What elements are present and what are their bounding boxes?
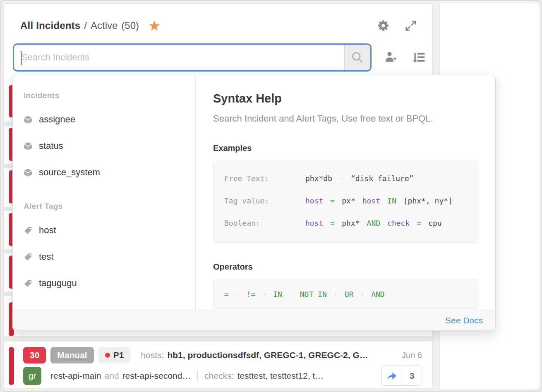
code-token: check [387,219,410,227]
examples-header: Examples [213,143,478,153]
share-count: 3 [410,371,415,381]
alert-count-badge: 30 [23,347,46,363]
checks-label: checks: [204,371,234,381]
suggestion-label: tagugugu [39,278,77,289]
syntax-help-subtitle: Search Incident and Alert Tags, Use free… [213,113,478,124]
operators-box: =·!=·IN·NOT IN·OR·AND [213,280,478,309]
example-label: Tag value: [224,196,305,205]
alert-tags-section-header: Alert Tags [24,202,187,211]
tag-icon [24,253,32,261]
settings-gear-icon[interactable] [377,19,391,33]
code-token: = [417,219,421,227]
see-docs-link[interactable]: See Docs [445,316,483,325]
operators-header: Operators [213,262,478,272]
code-token: = [330,219,335,227]
code-token: phx* [342,219,360,227]
breadcrumb-separator: / [84,20,87,31]
syntax-example-1: Free Text:phx*db·“disk failure” [224,167,467,189]
operator-3: IN [273,290,282,299]
favorite-star-icon[interactable]: ★ [148,19,161,33]
suggestion-label: host [39,225,56,236]
expand-icon[interactable] [404,19,418,33]
code-token: [phx*, ny*] [403,196,453,205]
operator-6: AND [371,290,385,299]
incidents-section-header: Incidents [24,91,187,100]
suggestion-alert-tag-host[interactable]: host [24,224,187,237]
code-token: host [362,196,380,205]
tag-icon [24,226,32,235]
suggestion-incident-status[interactable]: status [24,140,187,152]
breadcrumb-folder[interactable]: Active [91,20,118,31]
incident-title-second: rest-api-second… [122,371,191,381]
source-badge: Manual [50,347,94,363]
share-count-button[interactable]: 3 [402,366,422,385]
code-token: px* [342,196,355,205]
example-label: Free Text: [224,174,305,183]
search-box [13,43,372,72]
incident-date: Jun 6 [402,351,422,360]
examples-box: Free Text:phx*db·“disk failure”Tag value… [213,161,478,243]
suggestion-label: assignee [39,114,75,125]
operator-separator: · [235,290,240,299]
hosts-value: hb1, productionsdfsdf, GREGC-1, GREGC-2,… [167,350,396,360]
code-token: host [305,219,323,227]
code-token: cpu [428,219,442,227]
syntax-example-2: Tag value:host=px*hostIN[phx*, ny*] [224,189,467,212]
search-input[interactable] [14,45,344,70]
breadcrumb-environment[interactable]: All Incidents [20,20,80,31]
dropdown-footer: See Docs [13,310,495,330]
share-button-group: 3 [381,366,422,386]
operator-1: = [224,290,229,299]
incident-count: (50) [121,20,139,31]
suggestion-label: test [39,251,53,262]
search-row [13,43,432,72]
cube-icon [24,115,32,124]
panel-header: All Incidents / Active (50) ★ [4,4,432,43]
incident-suggestion-list: assigneestatussource_system [24,113,187,179]
share-button[interactable] [382,366,402,385]
syntax-help-column: Syntax Help Search Incident and Alert Ta… [196,75,495,310]
suggestion-incident-assignee[interactable]: assignee [24,113,187,126]
suggestion-label: source_system [39,167,100,178]
priority-dot-icon [105,353,110,358]
syntax-help-title: Syntax Help [213,92,478,105]
code-token: IN [387,196,396,205]
incident-row[interactable]: 30 Manual P1 hosts: hb1, productionsdfsd… [4,342,432,389]
code-token: · [339,174,344,183]
operator-separator: · [262,290,266,299]
code-token: AND [367,219,381,227]
tag-icon [24,279,32,288]
incident-title-conjunction: and [105,371,119,381]
priority-badge: P1 [98,347,131,363]
search-button[interactable] [344,45,370,70]
code-token: “disk failure” [351,174,414,183]
search-suggestions-dropdown: Incidents assigneestatussource_system Al… [12,75,496,331]
suggestion-alert-tag-tagugugu[interactable]: tagugugu [24,277,187,289]
sort-icon[interactable] [411,50,426,65]
suggestion-alert-tag-test[interactable]: test [24,251,187,263]
syntax-example-3: Boolean:host=phx*ANDcheck=cpu [224,212,467,234]
operator-separator: · [333,290,338,299]
code-token: = [330,196,335,205]
code-token: host [305,196,323,205]
incident-title-first: rest-api-main [50,371,101,381]
operator-4: NOT IN [300,290,327,299]
operator-separator: · [360,290,365,299]
suggestion-label: status [39,141,63,151]
divider [197,370,198,382]
operator-5: OR [345,290,354,299]
cube-icon [24,168,32,177]
code-token: phx*db [305,174,332,183]
assignee-filter-icon[interactable] [384,50,399,65]
cube-icon [24,142,32,151]
severity-stripe [9,347,14,385]
operator-separator: · [289,290,293,299]
hosts-label: hosts: [141,350,164,360]
app-window: All Incidents / Active (50) ★ [0,0,542,392]
suggestions-column: Incidents assigneestatussource_system Al… [13,75,196,310]
suggestion-incident-source_system[interactable]: source_system [24,166,187,179]
assignee-avatar[interactable]: gr [23,367,41,385]
checks-value: testtest, testtest12, t… [237,371,381,381]
text-caret [21,51,22,65]
alert-tag-suggestion-list: hosttesttagugugu [24,224,187,289]
